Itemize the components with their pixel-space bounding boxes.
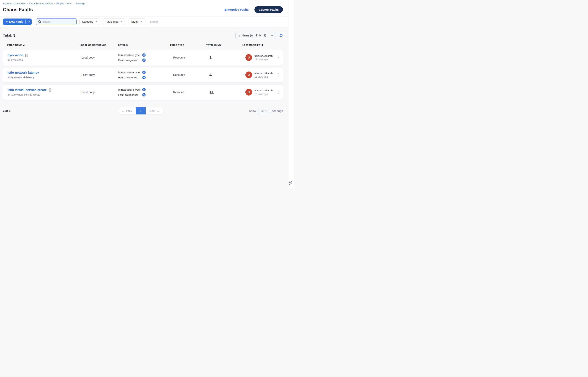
right-side-rail <box>288 0 294 188</box>
breadcrumb-settings[interactable]: Settings <box>76 2 85 5</box>
fault-type-value: Resource <box>170 56 206 59</box>
fault-name-link[interactable]: byoc-echo <box>8 54 23 57</box>
sort-both-icon <box>261 44 263 46</box>
modified-by: utkarsh.utkarsh <box>254 89 272 92</box>
local-or-reference-value: Local copy <box>80 91 118 94</box>
fault-categories-label: Fault categories: <box>118 59 142 62</box>
avatar: U <box>245 54 252 61</box>
details-cell: Infrastructure type: Fault categories: <box>118 71 170 79</box>
table-row: byoc-echo Id: byoc-echo Local copy Infra… <box>3 50 283 65</box>
page-header: Account: chaos-dev › Organization: defau… <box>0 0 288 17</box>
fault-name-link[interactable]: istio-network-latency <box>8 71 39 74</box>
last-modified-cell: U utkarsh.utkarsh 13 days ago <box>243 71 275 78</box>
sort-arrows-icon: ↑↓ <box>238 34 239 37</box>
kebab-menu-button[interactable] <box>275 89 283 95</box>
infrastructure-type-label: Infrastructure type: <box>118 71 142 74</box>
chat-help-icon[interactable] <box>288 180 293 186</box>
close-icon[interactable]: ✕ <box>95 20 97 23</box>
breadcrumb: Account: chaos-dev › Organization: defau… <box>3 2 283 5</box>
refresh-button[interactable] <box>279 34 283 37</box>
prev-page-button[interactable]: ← Prev <box>118 107 136 114</box>
filter-chip-tags[interactable]: Tag(s) ✕ <box>128 19 146 25</box>
chaos-faults-page: Account: chaos-dev › Organization: defau… <box>0 0 294 188</box>
arrow-right-icon: → <box>157 109 160 112</box>
last-modified-cell: U utkarsh.utkarsh 13 days ago <box>243 54 275 61</box>
filter-chip-category[interactable]: Category ✕ <box>79 19 100 25</box>
new-fault-button[interactable]: + New Fault <box>3 19 32 25</box>
close-icon[interactable]: ✕ <box>121 20 123 23</box>
close-icon[interactable]: ✕ <box>141 20 143 23</box>
filter-chip-fault-type[interactable]: Fault Type ✕ <box>103 19 125 25</box>
new-fault-label: New Fault <box>9 20 23 23</box>
kubernetes-icon <box>142 71 146 74</box>
breadcrumb-separator-icon: › <box>27 2 28 5</box>
local-or-reference-value: Local copy <box>80 56 118 59</box>
copy-icon[interactable] <box>25 54 28 57</box>
total-runs-value: 4 <box>206 72 243 77</box>
table-row: istio-virtual-service-create Id: istio-v… <box>3 84 283 100</box>
chip-label: Fault Type <box>106 20 118 23</box>
enterprise-faults-link[interactable]: Enterprise Faults <box>225 8 249 11</box>
sort-dropdown[interactable]: ↑↓ Name (A→Z, 0→9) <box>235 32 276 39</box>
fault-name-link[interactable]: istio-virtual-service-create <box>8 88 47 92</box>
custom-faults-button[interactable]: Custom Faults <box>254 6 283 13</box>
breadcrumb-separator-icon: › <box>54 2 55 5</box>
sort-value: Name (A→Z, 0→9) <box>242 34 266 37</box>
fault-id: Id: istio-network-latency <box>8 76 80 79</box>
modified-by: utkarsh.utkarsh <box>254 54 272 57</box>
kubernetes-icon <box>142 88 146 91</box>
column-header-local-or-reference: LOCAL OR REFERENCE <box>80 44 118 46</box>
sort-ascending-icon <box>23 45 25 46</box>
reset-filters-button[interactable]: Reset <box>150 20 158 24</box>
toolbar: + New Fault Category ✕ Fault Type ✕ <box>0 17 288 27</box>
kubernetes-icon <box>142 53 146 57</box>
details-cell: Infrastructure type: Fault categories: <box>118 88 170 96</box>
main-column: Account: chaos-dev › Organization: defau… <box>0 0 288 188</box>
pager: ← Prev 1 Next → <box>118 107 164 114</box>
kebab-menu-button[interactable] <box>275 72 283 78</box>
content-area: Total: 3 ↑↓ Name (A→Z, 0→9) <box>0 27 288 188</box>
chevron-down-icon <box>271 35 273 36</box>
current-page-button[interactable]: 1 <box>136 107 146 114</box>
last-modified-cell: U utkarsh.utkarsh 13 days ago <box>243 89 275 95</box>
fault-categories-label: Fault categories: <box>118 93 142 96</box>
show-label: Show <box>249 109 256 112</box>
column-header-last-modified[interactable]: LAST MODIFIED <box>242 44 275 46</box>
search-input[interactable] <box>36 18 77 25</box>
total-runs-value: 11 <box>206 90 243 94</box>
total-runs-value: 1 <box>206 55 243 60</box>
modified-by: utkarsh.utkarsh <box>254 72 272 75</box>
pagination: 3 of 3 ← Prev 1 Next → Show 10 <box>3 107 283 114</box>
breadcrumb-organization[interactable]: Organization: default <box>29 2 53 5</box>
fault-categories-label: Fault categories: <box>118 76 142 79</box>
breadcrumb-account[interactable]: Account: chaos-dev <box>3 2 25 5</box>
per-page-label: per page <box>272 109 283 112</box>
fault-id: Id: istio-virtual-service-create <box>8 93 80 96</box>
breadcrumb-project[interactable]: Project: demo <box>57 2 72 5</box>
column-header-total-runs: TOTAL RUNS <box>206 44 242 46</box>
table-header: FAULT NAME LOCAL OR REFERENCE DETAILS FA… <box>3 44 283 46</box>
chevron-down-icon[interactable] <box>28 21 30 23</box>
column-header-fault-name[interactable]: FAULT NAME <box>7 44 80 46</box>
kubernetes-icon <box>142 93 146 96</box>
table-row: istio-network-latency Id: istio-network-… <box>3 67 283 82</box>
page-title: Chaos Faults <box>3 7 33 12</box>
plus-icon: + <box>6 20 8 24</box>
modified-when: 13 days ago <box>254 75 272 78</box>
details-cell: Infrastructure type: Fault categories: <box>118 53 170 62</box>
avatar: U <box>245 89 252 95</box>
fault-id: Id: byoc-echo <box>8 59 80 61</box>
fault-type-value: Resource <box>170 91 206 94</box>
fault-list: byoc-echo Id: byoc-echo Local copy Infra… <box>3 50 283 100</box>
page-size-dropdown[interactable]: 10 <box>258 108 270 114</box>
modified-when: 13 days ago <box>254 58 272 61</box>
pagination-range-label: 3 of 3 <box>3 109 10 112</box>
button-divider <box>25 20 26 24</box>
column-header-fault-type: FAULT TYPE <box>170 44 206 46</box>
kubernetes-icon <box>142 76 146 79</box>
infrastructure-type-label: Infrastructure type: <box>118 88 142 91</box>
column-header-details: DETAILS <box>118 44 170 46</box>
next-page-button[interactable]: Next → <box>146 107 163 114</box>
copy-icon[interactable] <box>49 88 51 92</box>
kebab-menu-button[interactable] <box>275 55 283 60</box>
